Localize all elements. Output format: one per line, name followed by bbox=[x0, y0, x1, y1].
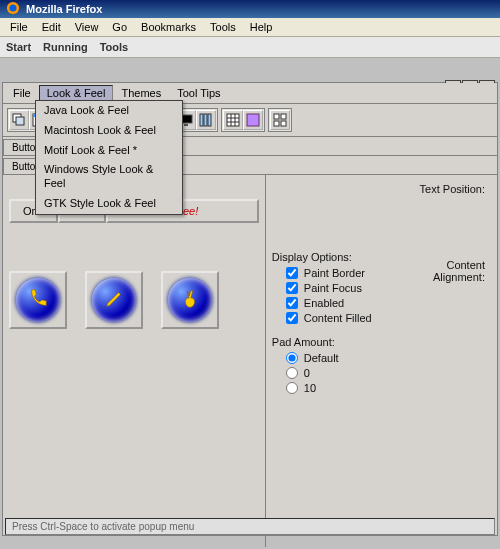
right-pane: Text Position: Display Options: Paint Bo… bbox=[265, 175, 497, 547]
svg-rect-27 bbox=[204, 114, 207, 126]
tb-table-icon[interactable] bbox=[223, 110, 243, 130]
rad-default[interactable]: Default bbox=[286, 352, 393, 364]
app-menu-tool-tips[interactable]: Tool Tips bbox=[169, 85, 228, 101]
tb-grid-icon[interactable] bbox=[270, 110, 290, 130]
svg-rect-26 bbox=[200, 114, 203, 126]
menu-edit[interactable]: Edit bbox=[36, 20, 67, 34]
chk-content-filled-input[interactable] bbox=[286, 312, 298, 324]
chk-paint-border-input[interactable] bbox=[286, 267, 298, 279]
rad-default-input[interactable] bbox=[286, 352, 298, 364]
rad-10[interactable]: 10 bbox=[286, 382, 393, 394]
display-options-label: Display Options: bbox=[272, 251, 393, 263]
content-alignment-label: Content Alignment: bbox=[392, 259, 491, 283]
left-pane: One Two Three! bbox=[3, 175, 265, 547]
rad-10-input[interactable] bbox=[286, 382, 298, 394]
menu-view[interactable]: View bbox=[69, 20, 105, 34]
rad-0[interactable]: 0 bbox=[286, 367, 393, 379]
app-frame: – ◻ × File Look & Feel Themes Tool Tips … bbox=[2, 82, 498, 536]
svg-rect-34 bbox=[247, 114, 259, 126]
tb-cascade-icon[interactable] bbox=[9, 110, 29, 130]
svg-rect-28 bbox=[208, 114, 211, 126]
tab-tools[interactable]: Tools bbox=[100, 41, 129, 53]
laf-java[interactable]: Java Look & Feel bbox=[36, 101, 182, 121]
tb-columns-icon[interactable] bbox=[196, 110, 216, 130]
svg-rect-29 bbox=[227, 114, 239, 126]
tab-start[interactable]: Start bbox=[6, 41, 31, 53]
browser-titlebar: Mozilla Firefox bbox=[0, 0, 500, 18]
round-buttons bbox=[9, 271, 259, 329]
svg-rect-25 bbox=[184, 124, 188, 126]
status-bar: Press Ctrl-Space to activate popup menu bbox=[5, 518, 495, 535]
chk-paint-border[interactable]: Paint Border bbox=[286, 267, 393, 279]
round-btn-peace[interactable] bbox=[161, 271, 219, 329]
chk-content-filled[interactable]: Content Filled bbox=[286, 312, 393, 324]
firefox-icon bbox=[6, 1, 20, 17]
chk-enabled-input[interactable] bbox=[286, 297, 298, 309]
svg-rect-37 bbox=[274, 121, 279, 126]
phone-icon bbox=[27, 288, 49, 312]
status-text: Press Ctrl-Space to activate popup menu bbox=[12, 521, 194, 532]
tab-running[interactable]: Running bbox=[43, 41, 88, 53]
tb-purple-icon[interactable] bbox=[243, 110, 263, 130]
laf-gtk[interactable]: GTK Style Look & Feel bbox=[36, 194, 182, 214]
svg-rect-36 bbox=[281, 114, 286, 119]
menu-tools[interactable]: Tools bbox=[204, 20, 242, 34]
chk-enabled[interactable]: Enabled bbox=[286, 297, 393, 309]
svg-rect-3 bbox=[16, 117, 24, 125]
round-btn-pen[interactable] bbox=[85, 271, 143, 329]
menu-bookmarks[interactable]: Bookmarks bbox=[135, 20, 202, 34]
laf-mac[interactable]: Macintosh Look & Feel bbox=[36, 121, 182, 141]
app-menubar: File Look & Feel Themes Tool Tips Java L… bbox=[3, 83, 497, 104]
laf-windows[interactable]: Windows Style Look & Feel bbox=[36, 160, 182, 194]
chk-paint-focus[interactable]: Paint Focus bbox=[286, 282, 393, 294]
app-menu-file[interactable]: File bbox=[5, 85, 39, 101]
chk-paint-focus-input[interactable] bbox=[286, 282, 298, 294]
peace-icon bbox=[179, 288, 201, 312]
laf-motif[interactable]: Motif Look & Feel * bbox=[36, 141, 182, 161]
look-feel-dropdown: Java Look & Feel Macintosh Look & Feel M… bbox=[35, 100, 183, 215]
svg-rect-38 bbox=[281, 121, 286, 126]
browser-title: Mozilla Firefox bbox=[26, 3, 102, 15]
svg-rect-35 bbox=[274, 114, 279, 119]
browser-menubar: File Edit View Go Bookmarks Tools Help bbox=[0, 18, 500, 37]
svg-point-1 bbox=[10, 5, 17, 12]
pad-amount-label: Pad Amount: bbox=[272, 336, 393, 348]
round-btn-phone[interactable] bbox=[9, 271, 67, 329]
menu-go[interactable]: Go bbox=[106, 20, 133, 34]
text-position-label: Text Position: bbox=[272, 183, 491, 195]
pen-icon bbox=[103, 288, 125, 312]
outer-tabs: Start Running Tools bbox=[0, 37, 500, 58]
menu-help[interactable]: Help bbox=[244, 20, 279, 34]
app-menu-look-feel[interactable]: Look & Feel bbox=[39, 85, 114, 101]
content-area: One Two Three! Text Position: bbox=[3, 175, 497, 547]
app-menu-themes[interactable]: Themes bbox=[113, 85, 169, 101]
rad-0-input[interactable] bbox=[286, 367, 298, 379]
menu-file[interactable]: File bbox=[4, 20, 34, 34]
